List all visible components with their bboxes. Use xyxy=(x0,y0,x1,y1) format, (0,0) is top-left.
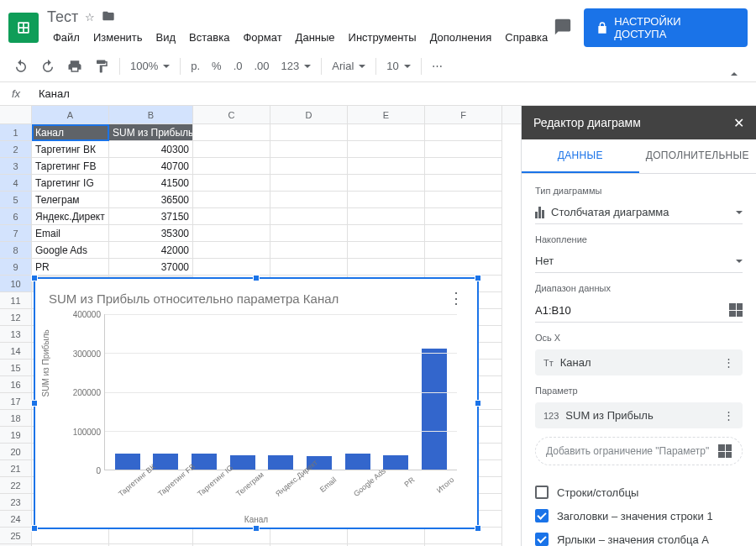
cell[interactable] xyxy=(270,259,348,276)
cell[interactable] xyxy=(348,259,425,276)
col-header-A[interactable]: A xyxy=(32,106,109,123)
cell[interactable] xyxy=(193,158,270,175)
bar[interactable] xyxy=(230,455,255,470)
row-header[interactable]: 18 xyxy=(0,410,32,427)
cell[interactable] xyxy=(270,528,348,544)
row-header[interactable]: 3 xyxy=(0,158,32,175)
cell[interactable]: 40700 xyxy=(109,158,193,175)
menu-данные[interactable]: Данные xyxy=(290,28,341,47)
row-header[interactable]: 23 xyxy=(0,494,32,511)
cell[interactable]: Телеграм xyxy=(32,192,109,208)
more-toolbar-icon[interactable]: ⋯ xyxy=(427,56,448,76)
row-header[interactable]: 12 xyxy=(0,309,32,326)
select-all-corner[interactable] xyxy=(0,106,32,123)
font-size-select[interactable]: 10 xyxy=(381,56,415,76)
row-header[interactable]: 15 xyxy=(0,360,32,376)
tab-data[interactable]: ДАННЫЕ xyxy=(522,139,639,173)
series-chip[interactable]: 123 SUM из Прибыль ⋮ xyxy=(535,402,743,428)
cell[interactable]: Таргетинг IG xyxy=(32,175,109,192)
cell[interactable] xyxy=(348,225,425,242)
cell[interactable] xyxy=(425,208,502,225)
cell[interactable] xyxy=(348,242,425,259)
cell[interactable] xyxy=(270,141,348,158)
cell[interactable] xyxy=(270,158,348,175)
increase-decimal[interactable]: .00 xyxy=(249,56,275,76)
print-icon[interactable] xyxy=(62,55,87,77)
cell[interactable]: 40300 xyxy=(109,141,193,158)
resize-handle[interactable] xyxy=(475,275,481,281)
row-header[interactable]: 9 xyxy=(0,259,32,276)
cell[interactable]: 35300 xyxy=(109,225,193,242)
x-axis-chip[interactable]: Tт Канал ⋮ xyxy=(535,349,743,375)
row-header[interactable]: 1 xyxy=(0,124,32,141)
checkbox-icon[interactable] xyxy=(535,486,549,499)
more-icon[interactable]: ⋮ xyxy=(723,409,734,422)
cell[interactable] xyxy=(270,208,348,225)
zoom-select[interactable]: 100% xyxy=(125,56,175,76)
menu-вид[interactable]: Вид xyxy=(150,28,182,47)
cell[interactable]: 41500 xyxy=(109,175,193,192)
collapse-toolbar-icon[interactable] xyxy=(724,56,744,76)
col-header-D[interactable]: D xyxy=(270,106,348,123)
row-header[interactable]: 20 xyxy=(0,444,32,460)
row-header[interactable]: 19 xyxy=(0,427,32,444)
cell[interactable] xyxy=(348,124,425,141)
row-header[interactable]: 24 xyxy=(0,511,32,528)
cell[interactable] xyxy=(32,528,109,544)
cell[interactable] xyxy=(425,175,502,192)
menu-файл[interactable]: Файл xyxy=(47,28,86,47)
add-series-button[interactable]: Добавить ограничение "Параметр" xyxy=(535,437,743,465)
cell[interactable]: Таргетинг FB xyxy=(32,158,109,175)
menu-дополнения[interactable]: Дополнения xyxy=(424,28,498,47)
row-header[interactable]: 2 xyxy=(0,141,32,158)
doc-title[interactable]: Тест xyxy=(47,8,78,26)
menu-справка[interactable]: Справка xyxy=(499,28,554,47)
menu-формат[interactable]: Формат xyxy=(237,28,287,47)
cell[interactable] xyxy=(270,192,348,208)
bar[interactable] xyxy=(268,455,293,470)
cell[interactable] xyxy=(109,528,193,544)
cell[interactable] xyxy=(348,192,425,208)
col-header-F[interactable]: F xyxy=(425,106,502,123)
fx-label[interactable]: fx xyxy=(0,87,32,100)
star-icon[interactable]: ☆ xyxy=(85,11,95,24)
resize-handle[interactable] xyxy=(475,525,481,532)
row-header[interactable]: 22 xyxy=(0,477,32,494)
bar[interactable] xyxy=(115,454,140,470)
cell[interactable]: SUM из Прибыль xyxy=(109,124,193,141)
cell[interactable] xyxy=(425,158,502,175)
close-icon[interactable]: ✕ xyxy=(733,115,744,131)
cell[interactable] xyxy=(270,225,348,242)
cell[interactable] xyxy=(270,124,348,141)
menu-изменить[interactable]: Изменить xyxy=(87,28,149,47)
paint-format-icon[interactable] xyxy=(89,55,114,77)
cell[interactable] xyxy=(425,528,502,544)
chart-object[interactable]: SUM из Прибыль относительно параметра Ка… xyxy=(34,277,479,529)
cell[interactable] xyxy=(193,242,270,259)
switch-rows-cols-checkbox[interactable]: Строки/столбцы xyxy=(535,480,743,504)
row-header[interactable]: 17 xyxy=(0,393,32,410)
row-header[interactable]: 13 xyxy=(0,326,32,343)
resize-handle[interactable] xyxy=(253,275,260,281)
number-format-select[interactable]: 123 xyxy=(276,56,317,76)
resize-handle[interactable] xyxy=(253,525,260,532)
bar[interactable] xyxy=(422,349,447,470)
chart-menu-icon[interactable]: ⋮ xyxy=(449,289,464,307)
cell[interactable] xyxy=(193,175,270,192)
cell[interactable]: Таргетинг ВК xyxy=(32,141,109,158)
row-header[interactable]: 21 xyxy=(0,460,32,477)
cell[interactable]: PR xyxy=(32,259,109,276)
cell[interactable] xyxy=(193,208,270,225)
cell[interactable]: Google Ads xyxy=(32,242,109,259)
grid-icon[interactable] xyxy=(729,303,743,317)
row-header[interactable]: 10 xyxy=(0,276,32,292)
more-icon[interactable]: ⋮ xyxy=(723,356,734,369)
row-header[interactable]: 7 xyxy=(0,225,32,242)
row-header[interactable]: 25 xyxy=(0,528,32,544)
cell[interactable]: 36500 xyxy=(109,192,193,208)
folder-icon[interactable] xyxy=(102,9,115,25)
decrease-decimal[interactable]: .0 xyxy=(228,56,248,76)
cell[interactable] xyxy=(425,141,502,158)
cell[interactable]: 37150 xyxy=(109,208,193,225)
cell[interactable] xyxy=(270,242,348,259)
